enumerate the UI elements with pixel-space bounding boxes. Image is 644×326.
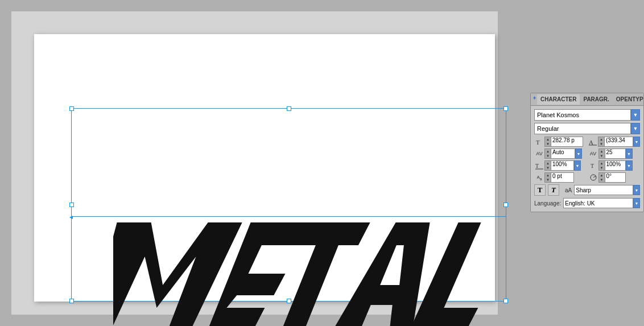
- handle-top-right[interactable]: [503, 106, 508, 111]
- baseline-shift-icon-label: Aa: [536, 175, 542, 181]
- vscale-spinner[interactable]: ▲ ▼ 100%: [598, 160, 626, 171]
- language-arrow[interactable]: ▼: [633, 198, 640, 208]
- canvas-area: ◄: [11, 11, 498, 315]
- tab-paragraph[interactable]: PARAGR.: [580, 94, 612, 104]
- anti-alias-group: Sharp ▼: [574, 185, 640, 195]
- leading-dropdown-arrow[interactable]: ▼: [633, 137, 640, 147]
- tracking-group: AV ▲ ▼ 25 ▼: [588, 148, 641, 159]
- font-family-dropdown[interactable]: Planet Kosmos: [534, 109, 631, 121]
- rotation-spinner[interactable]: ▲ ▼ 0°: [598, 172, 626, 183]
- handle-bottom-left[interactable]: [69, 299, 74, 303]
- style-row: T T aA Sharp ▼: [534, 184, 640, 196]
- font-size-up[interactable]: ▲: [545, 137, 551, 142]
- hscale-group: T ▲ ▼ 100% ▼: [534, 160, 587, 171]
- baseline-shift-up[interactable]: ▲: [545, 173, 551, 178]
- kerning-up[interactable]: ▲: [545, 149, 551, 154]
- baseline-rotation-row: Aa ▲ ▼ 0 pt: [534, 172, 640, 183]
- rotation-arrows[interactable]: ▲ ▼: [598, 172, 605, 183]
- rotation-icon: [588, 172, 598, 183]
- tab-opentype[interactable]: OPENTYP: [613, 94, 644, 104]
- font-family-arrow[interactable]: ▼: [631, 109, 640, 121]
- handle-top-left[interactable]: [69, 106, 74, 111]
- panel-header: ♦ CHARACTER PARAGR. OPENTYP ≡ »: [531, 93, 643, 106]
- kerning-group: AV ▲ ▼ Auto ▼: [534, 148, 587, 159]
- hscale-up[interactable]: ▲: [545, 161, 551, 166]
- language-field[interactable]: English: UK: [563, 198, 633, 208]
- baseline-shift-icon: Aa: [534, 172, 544, 183]
- leading-spinner[interactable]: ▲ ▼ (339.34: [598, 137, 633, 147]
- font-size-arrows[interactable]: ▲ ▼: [544, 137, 551, 147]
- hscale-field[interactable]: 100%: [551, 160, 574, 171]
- tab-character[interactable]: CHARACTER: [537, 94, 580, 105]
- leading-down[interactable]: ▼: [598, 142, 604, 146]
- panel-body: Planet Kosmos ▼ Regular ▼ T ▲: [531, 106, 643, 212]
- character-panel: ♦ CHARACTER PARAGR. OPENTYP ≡ » Planet K…: [530, 93, 644, 212]
- canvas-page: ◄: [34, 34, 495, 302]
- leading-up[interactable]: ▲: [598, 137, 604, 142]
- leading-field[interactable]: (339.34: [605, 137, 633, 147]
- tracking-down[interactable]: ▼: [599, 154, 605, 158]
- leading-arrows[interactable]: ▲ ▼: [598, 137, 605, 147]
- font-style-dropdown[interactable]: Regular: [534, 123, 631, 134]
- vscale-down[interactable]: ▼: [599, 166, 605, 170]
- baseline-guide: [71, 216, 506, 217]
- baseline-shift-group: Aa ▲ ▼ 0 pt: [534, 172, 587, 183]
- anti-alias-arrow[interactable]: ▼: [633, 185, 640, 195]
- tracking-field[interactable]: 25: [605, 148, 626, 159]
- vscale-up[interactable]: ▲: [599, 161, 605, 166]
- handle-top-center[interactable]: [287, 106, 291, 111]
- baseline-shift-field[interactable]: 0 pt: [551, 172, 574, 183]
- handle-middle-left[interactable]: [69, 203, 74, 207]
- vscale-icon: T: [588, 160, 598, 171]
- svg-text:T: T: [591, 163, 594, 169]
- font-size-down[interactable]: ▼: [545, 142, 551, 146]
- aa-label: aA: [565, 187, 572, 193]
- scale-row: T ▲ ▼ 100% ▼ T: [534, 160, 640, 171]
- tracking-arrows[interactable]: ▲ ▼: [598, 148, 605, 159]
- leading-icon: A: [588, 137, 598, 147]
- rotation-field[interactable]: 0°: [605, 172, 626, 183]
- tracking-dropdown-arrow[interactable]: ▼: [626, 148, 633, 159]
- t-faux-italic-button[interactable]: T: [548, 184, 559, 196]
- hscale-down[interactable]: ▼: [545, 166, 551, 170]
- panel-tab-arrow: ♦: [533, 94, 536, 104]
- hscale-spinner[interactable]: ▲ ▼ 100%: [544, 160, 574, 171]
- language-dropdown-group: English: UK ▼: [563, 198, 640, 208]
- kerning-field[interactable]: Auto: [551, 148, 575, 159]
- hscale-icon: T: [534, 160, 544, 171]
- size-leading-row: T ▲ ▼ 282.78 p A: [534, 137, 640, 147]
- tracking-spinner[interactable]: ▲ ▼ 25: [598, 148, 626, 159]
- hscale-dropdown-arrow[interactable]: ▼: [574, 160, 581, 171]
- font-family-value: Planet Kosmos: [537, 112, 579, 118]
- baseline-shift-spinner[interactable]: ▲ ▼ 0 pt: [544, 172, 574, 183]
- font-size-field[interactable]: 282.78 p: [551, 137, 583, 147]
- kerning-arrows[interactable]: ▲ ▼: [544, 148, 551, 159]
- hscale-arrows[interactable]: ▲ ▼: [544, 160, 551, 171]
- anti-alias-field[interactable]: Sharp: [574, 185, 633, 195]
- svg-text:T: T: [535, 163, 539, 169]
- rotation-group: ▲ ▼ 0°: [588, 172, 641, 183]
- tracking-icon: AV: [588, 148, 598, 159]
- vscale-arrows[interactable]: ▲ ▼: [598, 160, 605, 171]
- svg-text:A: A: [589, 139, 593, 146]
- selection-box[interactable]: [71, 108, 506, 302]
- kerning-down[interactable]: ▼: [545, 154, 551, 158]
- vscale-group: T ▲ ▼ 100% ▼: [588, 160, 641, 171]
- kerning-spinner[interactable]: ▲ ▼ Auto: [544, 148, 575, 159]
- metal-text: [109, 183, 544, 326]
- rotation-down[interactable]: ▼: [599, 178, 605, 182]
- rotation-up[interactable]: ▲: [599, 173, 605, 178]
- panel-tabs: ♦ CHARACTER PARAGR. OPENTYP: [533, 94, 644, 104]
- vscale-dropdown-arrow[interactable]: ▼: [626, 160, 633, 171]
- baseline-shift-down[interactable]: ▼: [545, 178, 551, 182]
- language-label: Language:: [534, 200, 561, 207]
- baseline-shift-arrows[interactable]: ▲ ▼: [544, 172, 551, 183]
- font-style-value: Regular: [537, 125, 559, 132]
- font-style-arrow[interactable]: ▼: [631, 123, 640, 134]
- t-regular-button[interactable]: T: [534, 184, 546, 196]
- leading-group: A ▲ ▼ (339.34 ▼: [588, 137, 640, 147]
- tracking-up[interactable]: ▲: [599, 149, 605, 154]
- kerning-dropdown-arrow[interactable]: ▼: [575, 148, 582, 159]
- vscale-field[interactable]: 100%: [605, 160, 626, 171]
- font-size-spinner[interactable]: ▲ ▼ 282.78 p: [544, 137, 583, 147]
